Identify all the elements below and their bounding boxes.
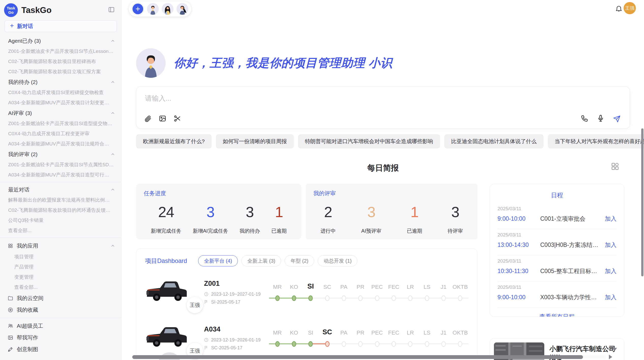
milestone-dot bbox=[408, 295, 413, 301]
milestone-dot bbox=[275, 295, 280, 301]
stat-value: 3 bbox=[367, 203, 375, 220]
event-date: 2025/03/11 bbox=[497, 284, 617, 290]
app-title: TaskGo bbox=[21, 5, 108, 15]
sidebar-tool-item[interactable]: AI超级员工 bbox=[0, 320, 121, 332]
event-join-link[interactable]: 加入 bbox=[605, 267, 617, 275]
sidebar-task-item[interactable]: A034-全新新能源MUV产品开发项目计划变更表编写 bbox=[0, 98, 121, 108]
recent-chats-header[interactable]: 最近对话 bbox=[0, 184, 121, 195]
image-icon[interactable] bbox=[159, 115, 166, 123]
sidebar-task-item[interactable]: Z001-全新燃油轻卡产品开发项目SI造型提交物评审 bbox=[0, 118, 121, 129]
new-chat-button[interactable]: 新对话 bbox=[5, 20, 117, 32]
scissors-icon[interactable] bbox=[173, 115, 181, 123]
dashboard-tab[interactable]: 全新平台 (4) bbox=[198, 255, 238, 266]
recent-chat-item[interactable]: 公司Q3轻卡销量 bbox=[0, 215, 121, 226]
milestone-dot bbox=[342, 341, 346, 347]
section-title: 最近对话 bbox=[8, 186, 110, 193]
event-join-link[interactable]: 加入 bbox=[605, 215, 617, 223]
milestone-dot bbox=[441, 341, 446, 347]
recent-chat-item[interactable]: 解释最新出台的欧盟报废车法规再生塑料比例被调至15%... bbox=[0, 195, 121, 205]
sidebar-item-favorites[interactable]: 我的收藏 bbox=[0, 304, 121, 316]
sidebar-tool-item[interactable]: 创意制图 bbox=[0, 343, 121, 355]
schedule-events: 2025/03/11 9:00-10:00 C001-立项审批会 加入 2025… bbox=[497, 203, 617, 308]
milestone-step: OKTB bbox=[452, 328, 469, 348]
suggestion-chip[interactable]: 当下年轻人对汽车外观有怎样的喜好趋势 bbox=[548, 134, 644, 148]
notification-bell-icon[interactable] bbox=[615, 5, 623, 13]
view-all-schedule-link[interactable]: 查看所有日程 bbox=[497, 313, 617, 317]
milestone-dot bbox=[275, 341, 280, 347]
sidebar-task-item[interactable]: Z001-全新燃油皮卡产品开发项目SI节点Lesson Learn报告 bbox=[0, 46, 121, 56]
project-info: A034 2023-12-19~2026-01-19 SC-2025-05-17 bbox=[204, 325, 268, 351]
apps-view-all[interactable]: 查看全部... bbox=[0, 282, 121, 292]
owner-badge: 王强 bbox=[187, 297, 203, 313]
sidebar-task-item[interactable]: Z001-全新燃油轻卡产品开发项目SI节点属性5D文件评审 bbox=[0, 160, 121, 170]
sidebar-task-item[interactable]: A034-全新新能源MUV产品开发项目法规符合性评审 bbox=[0, 139, 121, 149]
project-row[interactable]: 王强 Z001 2023-12-19~2027-01-19 SI-2025-05… bbox=[145, 272, 469, 312]
section-title: 我的待办 (2) bbox=[8, 79, 110, 86]
horizontal-scrollbar[interactable] bbox=[132, 355, 606, 359]
sidebar-task-item[interactable]: C02-飞腾新能源轻客改款项目里程碑画布 bbox=[0, 56, 121, 67]
sidebar-section-header[interactable]: Agent已办 (3) bbox=[0, 36, 121, 46]
sidebar-section-header[interactable]: AI评审 (3) bbox=[0, 108, 121, 118]
user-avatar[interactable]: 王强 bbox=[624, 2, 636, 14]
microphone-icon[interactable] bbox=[597, 114, 605, 123]
sidebar-task-item[interactable]: C02-飞腾新能源轻客改款项目立项汇报方案 bbox=[0, 67, 121, 77]
layout-grid-icon[interactable] bbox=[610, 162, 620, 172]
avatar[interactable] bbox=[177, 3, 188, 15]
attachment-icon[interactable] bbox=[144, 115, 152, 123]
my-apps-header[interactable]: 我的应用 bbox=[0, 240, 121, 252]
milestone-step: SI bbox=[302, 282, 319, 302]
divider bbox=[0, 238, 121, 238]
project-row[interactable]: 王强 A034 2023-12-19~2026-01-19 SC-2025-05… bbox=[145, 318, 469, 358]
suggestion-chip[interactable]: 如何写一份清晰的项目周报 bbox=[216, 134, 294, 148]
event-join-link[interactable]: 加入 bbox=[605, 293, 617, 301]
milestone-step: KO bbox=[286, 328, 302, 348]
add-member-button[interactable] bbox=[132, 3, 144, 15]
milestone-step: PA bbox=[335, 282, 352, 302]
event-join-link[interactable]: 加入 bbox=[605, 241, 617, 249]
stat-card: 我的评审2进行中3AI预评审1已逾期3待评审 bbox=[306, 184, 478, 239]
sidebar-tool-item[interactable]: 帮我写作 bbox=[0, 332, 121, 343]
sidebar-section-header[interactable]: 我的评审 (2) bbox=[0, 149, 121, 160]
image-icon bbox=[8, 335, 13, 340]
sidebar-task-sections: Agent已办 (3)Z001-全新燃油皮卡产品开发项目SI节点Lesson L… bbox=[0, 36, 121, 180]
app-item[interactable]: 变更管理 bbox=[0, 272, 121, 282]
sidebar-task-item[interactable]: A034-全新新能源MUV产品开发项目造型可行性评审 bbox=[0, 170, 121, 180]
send-icon[interactable] bbox=[613, 115, 621, 123]
phone-icon[interactable] bbox=[581, 114, 589, 123]
milestone-step: FEC bbox=[385, 328, 402, 348]
scroll-down-arrow[interactable] bbox=[612, 348, 617, 351]
vertical-scrollbar[interactable] bbox=[641, 128, 643, 276]
app-item[interactable]: 项目管理 bbox=[0, 252, 121, 262]
sidebar-task-item[interactable]: C0X4-动力总成开发项目工程变更评审 bbox=[0, 129, 121, 139]
suggestion-chips: 欧洲新规最近颁布了什么?如何写一份清晰的项目周报特朗普可能对进口汽车增税会对中国… bbox=[136, 134, 630, 148]
milestone-step: J1 bbox=[435, 328, 452, 348]
milestone-step: PEC bbox=[369, 328, 385, 348]
horizontal-scrollbar-thumb[interactable] bbox=[132, 355, 583, 359]
milestone-step: SC bbox=[319, 328, 335, 348]
sidebar-item-cloud-space[interactable]: 我的云空间 bbox=[0, 292, 121, 304]
dashboard-tab[interactable]: 年型 (2) bbox=[285, 255, 314, 266]
scroll-right-arrow[interactable] bbox=[609, 355, 612, 359]
suggestion-chip[interactable]: 比亚迪全固态电池计划具体说了什么 bbox=[444, 134, 544, 148]
app-item[interactable]: 产品管理 bbox=[0, 262, 121, 272]
sidebar-section-header[interactable]: 我的待办 (2) bbox=[0, 77, 121, 87]
suggestion-chip[interactable]: 特朗普可能对进口汽车增税会对中国车企造成哪些影响 bbox=[298, 134, 440, 148]
tool-label: AI超级员工 bbox=[17, 322, 115, 329]
avatar[interactable] bbox=[162, 3, 173, 15]
event-time: 13:00-14:30 bbox=[497, 242, 540, 248]
dashboard-tab[interactable]: 全新上装 (3) bbox=[241, 255, 281, 266]
sidebar-collapse-icon[interactable] bbox=[108, 6, 115, 14]
chevron-up-icon bbox=[110, 244, 115, 248]
milestone-dot bbox=[358, 341, 363, 347]
dashboard-tab[interactable]: 动总开发 (1) bbox=[318, 255, 357, 266]
dashboard-tabs: 全新平台 (4)全新上装 (3)年型 (2)动总开发 (1) bbox=[198, 255, 357, 266]
recent-chat-item[interactable]: C02-飞腾新能源轻客改款项目的闭环通告反馈情况 bbox=[0, 205, 121, 215]
milestone-label: PR bbox=[357, 282, 364, 294]
avatar[interactable] bbox=[147, 3, 159, 15]
milestone-dot bbox=[375, 295, 379, 301]
sidebar-task-item[interactable]: C0X4-动力总成开发项目SI里程碑提交物检查 bbox=[0, 87, 121, 98]
chat-input[interactable] bbox=[136, 87, 630, 111]
suggestion-chip[interactable]: 欧洲新规最近颁布了什么? bbox=[136, 134, 212, 148]
recent-view-all[interactable]: 查看全部... bbox=[0, 226, 121, 236]
greeting-text: 你好，王强，我是你的项目管理助理 小识 bbox=[174, 55, 392, 71]
